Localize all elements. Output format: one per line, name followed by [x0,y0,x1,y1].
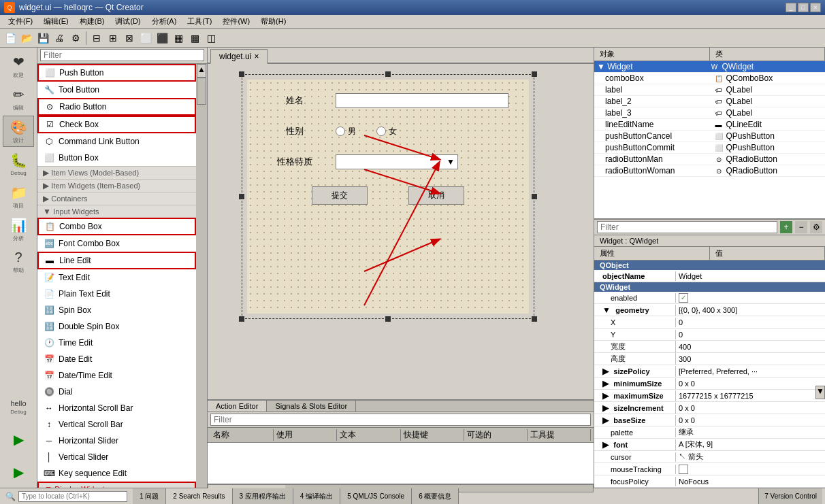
widget-item-hslider[interactable]: ─ Horizontal Slider [37,433,196,449]
handle-ml[interactable] [239,194,244,199]
activity-debug[interactable]: 🐛 Debug [3,148,34,180]
menu-debug[interactable]: 调试(D) [110,15,146,28]
activity-design[interactable]: 🎨 设计 [3,116,34,147]
handle-bl[interactable] [239,316,244,322]
radio-female-btn[interactable] [376,127,386,136]
toolbar-layout4[interactable]: ⬜ [138,31,153,46]
widget-item-keyseq[interactable]: ⌨ Key sequence Edit [37,465,196,482]
props-row-enabled[interactable]: enabled ✓ [594,292,825,304]
widget-item-time-edit[interactable]: 🕐 Time Edit [37,335,196,351]
toolbar-layout1[interactable]: ⊟ [89,31,104,46]
props-row-minsize[interactable]: ▶ minimumSize 0 x 0 [594,377,825,390]
tree-item-pushcommit[interactable]: pushButtonCommit ⬜ QPushButton [594,142,825,154]
section-item-widgets-expand[interactable]: ▶ [43,181,51,190]
props-row-sizepolicy[interactable]: ▶ sizePolicy [Preferred, Preferred, ··· [594,365,825,377]
widget-filter-input[interactable] [40,49,204,61]
props-filter-input[interactable] [597,221,777,233]
props-row-font[interactable]: ▶ font A [宋体, 9] [594,439,825,451]
widget-item-datetime-edit[interactable]: 📅 Date/Time Edit [37,367,196,384]
basesize-expand[interactable]: ▶ [602,416,611,425]
widget-item-plain-text[interactable]: 📄 Plain Text Edit [37,286,196,302]
tab-action-editor[interactable]: Action Editor [208,401,267,411]
radio-male-btn[interactable] [336,127,345,136]
widget-item-tool-button[interactable]: 🔧 Tool Button [37,82,196,98]
tab-widget-ui[interactable]: widget.ui × [210,49,268,64]
toolbar-open[interactable]: 📂 [19,31,34,46]
submit-button[interactable]: 提交 [312,186,368,205]
widget-item-check-box[interactable]: ☑ Check Box [37,116,196,133]
props-add-btn[interactable]: + [780,221,792,233]
widget-item-button-box[interactable]: ⬜ Button Box [37,150,196,166]
status-tab-version[interactable]: 7 Version Control [758,488,822,505]
section-display-expand[interactable]: ▼ [44,484,54,488]
widget-item-text-edit[interactable]: 📝 Text Edit [37,269,196,286]
tab-widget-ui-close[interactable]: × [254,52,259,61]
sizeinc-expand[interactable]: ▶ [602,403,611,413]
menu-edit[interactable]: 编辑(E) [38,15,74,28]
props-row-y[interactable]: Y 0 [594,329,825,341]
menu-controls[interactable]: 控件(W) [217,15,255,28]
activity-project[interactable]: 📁 项目 [3,181,34,212]
section-input-expand[interactable]: ▼ [43,207,53,216]
section-item-views-expand[interactable]: ▶ [43,168,51,178]
geometry-expand[interactable]: ▼ [602,305,613,315]
tree-item-label3[interactable]: label_3 🏷 QLabel [594,107,825,119]
props-row-cursor[interactable]: cursor ↖ 箭头 [594,451,825,463]
props-row-basesize[interactable]: ▶ baseSize 0 x 0 [594,414,825,426]
activity-hello[interactable]: hello Debug [3,391,34,422]
maximize-button[interactable]: □ [798,3,809,12]
canvas-dotted-area[interactable]: 姓名 性别 男 [247,80,529,314]
menu-analyze[interactable]: 分析(A) [146,15,182,28]
tree-item-radiowoman[interactable]: radioButtonWoman ⊙ QRadioButton [594,165,825,177]
props-row-sizeinc[interactable]: ▶ sizeIncrement 0 x 0 [594,402,825,414]
toolbar-layout2[interactable]: ⊞ [106,31,120,46]
activity-run2[interactable]: ▶ [3,456,34,488]
menu-file[interactable]: 文件(F) [3,15,38,28]
tree-item-widget[interactable]: ▼ Widget W QWidget [594,61,825,73]
toolbar-layout7[interactable]: ▩ [187,31,202,46]
radio-male[interactable]: 男 [336,126,356,137]
handle-tl[interactable] [239,71,244,77]
activity-analyze[interactable]: 📊 分析 [3,214,34,245]
props-row-mousetracking[interactable]: mouseTracking [594,463,825,475]
props-row-height[interactable]: 高度 300 [594,353,825,365]
action-filter-input[interactable] [210,414,591,426]
menu-tools[interactable]: 工具(T) [182,15,217,28]
props-row-geometry[interactable]: ▼ geometry [{0, 0}, 400 x 300] [594,304,825,316]
font-expand[interactable]: ▶ [602,440,611,450]
widget-item-date-edit[interactable]: 📅 Date Edit [37,351,196,367]
props-row-objectname[interactable]: objectName Widget [594,270,825,282]
name-input[interactable] [336,93,508,108]
window-controls[interactable]: _ □ × [786,3,821,12]
status-tab-appoutput[interactable]: 3 应用程序输出 [233,488,293,505]
widget-item-combo-box[interactable]: 📋 Combo Box [37,218,196,235]
widget-item-line-edit[interactable]: ▬ Line Edit [37,252,196,269]
menu-help[interactable]: 帮助(H) [255,15,291,28]
toolbar-layout6[interactable]: ▦ [171,31,186,46]
handle-mr[interactable] [532,194,537,199]
widget-item-double-spin[interactable]: 🔢 Double Spin Box [37,318,196,335]
toolbar-layout3[interactable]: ⊠ [122,31,137,46]
widget-item-push-button[interactable]: ⬜ Push Button [37,64,196,82]
minimize-button[interactable]: _ [786,3,796,12]
props-row-width[interactable]: 宽度 400 [594,341,825,353]
props-row-focuspolicy[interactable]: focusPolicy NoFocus [594,475,825,488]
widget-item-vslider[interactable]: │ Vertical Slider [37,449,196,465]
radio-female[interactable]: 女 [376,126,397,137]
handle-tm[interactable] [385,71,391,77]
tree-item-lineedit[interactable]: lineEditName ▬ QLineEdit [594,119,825,131]
toolbar-settings[interactable]: ⚙ [68,31,83,46]
handle-bm[interactable] [385,316,391,322]
activity-run[interactable]: ▶ [3,424,34,455]
props-minus-btn[interactable]: − [795,221,807,233]
activity-edit[interactable]: ✏ 编辑 [3,83,34,114]
toolbar-save[interactable]: 💾 [35,31,50,46]
trait-combo[interactable]: ▼ [336,154,458,169]
props-row-maxsize[interactable]: ▶ maximumSize 16777215 x 16777215 [594,390,825,402]
widget-item-hscrollbar[interactable]: ↔ Horizontal Scroll Bar [37,400,196,416]
status-tab-qml[interactable]: 5 QML/JS Console [340,488,412,505]
widget-scrollbar[interactable]: ▲ ▼ [196,64,207,488]
tree-item-radioman[interactable]: radioButtonMan ⊙ QRadioButton [594,154,825,165]
widget-item-radio-button[interactable]: ⊙ Radio Button [37,98,196,116]
tree-item-label[interactable]: label 🏷 QLabel [594,84,825,96]
